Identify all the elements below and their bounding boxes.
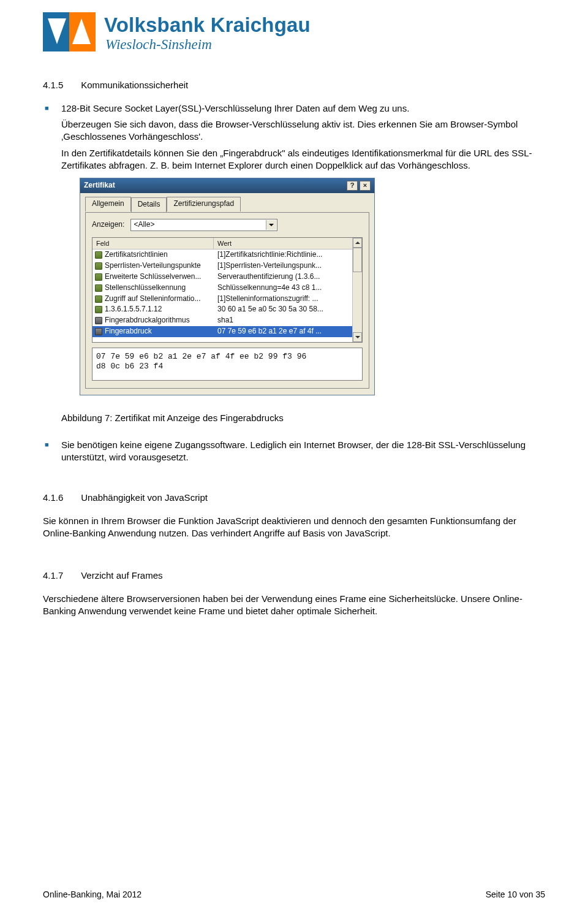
brand-text: Volksbank Kraichgau Wiesloch-Sinsheim [104, 13, 311, 53]
tab-details[interactable]: Details [131, 197, 167, 212]
cert-ext-icon [95, 273, 102, 281]
list-row: Zertifikatsrichtlinien[1]Zertifikatsrich… [92, 249, 352, 261]
certificate-dialog-figure: Zertifikat ? × Allgemein Details Zertifi… [80, 178, 545, 395]
anzeigen-combo[interactable]: <Alle> [130, 219, 277, 231]
bullet-sub-p1: Überzeugen Sie sich davon, dass die Brow… [61, 118, 545, 143]
bullet-text: 128-Bit Secure Socket Layer(SSL)-Verschl… [61, 103, 409, 113]
section-num: 4.1.7 [43, 570, 78, 581]
page-footer: Online-Banking, Mai 2012 Seite 10 von 35 [43, 889, 545, 899]
section-heading-416: 4.1.6 Unabhängigkeit von JavaScript [43, 492, 545, 503]
fingerprint-detail[interactable]: 07 7e 59 e6 b2 a1 2e e7 af 4f ee b2 99 f… [92, 348, 363, 381]
section-title: Kommunikationssicherheit [81, 80, 188, 90]
list-row: 1.3.6.1.5.5.7.1.1230 60 a1 5e a0 5c 30 5… [92, 304, 352, 315]
help-button[interactable]: ? [347, 181, 358, 191]
list-scrollbar[interactable] [352, 238, 362, 342]
scroll-up-icon[interactable] [353, 238, 362, 248]
brand-header: Volksbank Kraichgau Wiesloch-Sinsheim [43, 12, 545, 53]
cert-detail-list[interactable]: Feld Wert Zertifikatsrichtlinien[1]Zerti… [92, 237, 363, 343]
bullet-no-software: Sie benötigen keine eigene Zugangssoftwa… [43, 439, 545, 463]
p-417: Verschiedene ältere Browserversionen hab… [43, 593, 545, 617]
cert-ext-icon [95, 262, 102, 270]
close-button[interactable]: × [360, 181, 371, 191]
footer-right: Seite 10 von 35 [486, 889, 545, 899]
chevron-down-icon [269, 224, 274, 226]
section-heading-415: 4.1.5 Kommunikationssicherheit [43, 80, 545, 90]
bullet-text: Sie benötigen keine eigene Zugangssoftwa… [61, 440, 526, 462]
scroll-thumb[interactable] [353, 248, 362, 272]
cert-ext-icon [95, 306, 102, 313]
dialog-tabs: Allgemein Details Zertifizierungspfad [85, 197, 369, 211]
tab-allgemein[interactable]: Allgemein [85, 197, 131, 211]
list-row: Sperrlisten-Verteilungspunkte[1]Sperrlis… [92, 261, 352, 272]
list-row-selected: Fingerabdruck07 7e 59 e6 b2 a1 2e e7 af … [92, 326, 352, 337]
col-feld: Feld [92, 238, 214, 249]
footer-left: Online-Banking, Mai 2012 [43, 889, 141, 899]
anzeigen-label: Anzeigen: [92, 220, 124, 230]
anzeigen-value: <Alle> [134, 220, 154, 230]
tab-panel-details: Anzeigen: <Alle> Feld Wert [85, 212, 369, 389]
cert-ext-icon [95, 251, 102, 259]
section-heading-417: 4.1.7 Verzicht auf Frames [43, 570, 545, 581]
bullet-ssl: 128-Bit Secure Socket Layer(SSL)-Verschl… [43, 102, 545, 395]
list-row: StellenschlüsselkennungSchlüsselkennung=… [92, 283, 352, 294]
cert-ext-icon [95, 295, 102, 303]
list-row: Zugriff auf Stelleninformatio...[1]Stell… [92, 294, 352, 305]
logo-icon [43, 12, 96, 51]
brand-main: Volksbank Kraichgau [104, 13, 311, 37]
list-header: Feld Wert [92, 238, 352, 250]
cert-prop-icon [95, 328, 102, 335]
dialog-title: Zertifikat [84, 181, 115, 191]
list-row: Fingerabdruckalgorithmussha1 [92, 315, 352, 326]
figure-caption: Abbildung 7: Zertifikat mit Anzeige des … [61, 413, 545, 423]
brand-sub: Wiesloch-Sinsheim [105, 37, 311, 53]
section-num: 4.1.5 [43, 80, 78, 90]
tab-zertifizierungspfad[interactable]: Zertifizierungspfad [167, 197, 241, 211]
section-title: Verzicht auf Frames [81, 570, 162, 581]
dialog-titlebar: Zertifikat ? × [80, 178, 374, 193]
cert-prop-icon [95, 317, 102, 324]
p-416: Sie können in Ihrem Browser die Funktion… [43, 515, 545, 539]
section-title: Unabhängigkeit von JavaScript [81, 492, 208, 503]
cert-ext-icon [95, 284, 102, 292]
bullet-sub-p2: In den Zertifikatdetails können Sie den … [61, 147, 545, 172]
section-num: 4.1.6 [43, 492, 78, 503]
scroll-down-icon[interactable] [353, 332, 362, 342]
list-row: Erweiterte Schlüsselverwen...Serverauthe… [92, 272, 352, 283]
col-wert: Wert [214, 238, 352, 249]
certificate-dialog: Zertifikat ? × Allgemein Details Zertifi… [80, 178, 375, 395]
